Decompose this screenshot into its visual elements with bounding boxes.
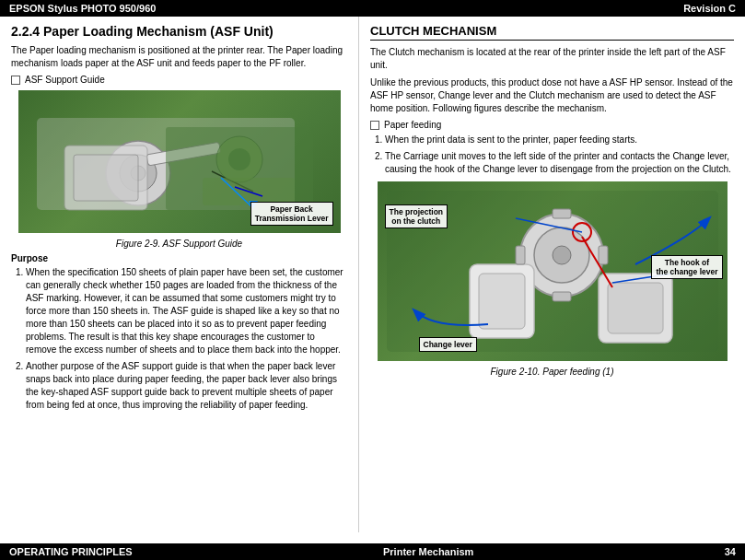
paper-feeding-label: Paper feeding	[384, 120, 441, 130]
clutch-image: The projectionon the clutch The hook oft…	[378, 181, 728, 361]
main-content: 2.2.4 Paper Loading Mechanism (ASF Unit)…	[0, 17, 745, 532]
right-para2: Unlike the previous products, this produ…	[370, 76, 734, 115]
footer-right: 34	[725, 546, 736, 557]
lever-label: Paper BackTransmission Lever	[250, 202, 333, 226]
hook-label: The hook ofthe change lever	[651, 255, 722, 279]
right-column: CLUTCH MECHANISM The Clutch mechanism is…	[359, 17, 745, 532]
right-list-item-2: The Carriage unit moves to the left side…	[385, 150, 734, 176]
header-right: Revision C	[683, 3, 736, 14]
footer-center: Printer Mechanism	[383, 546, 473, 557]
right-numbered-list: When the print data is sent to the print…	[370, 134, 734, 176]
list-item-2: Another purpose of the ASF support guide…	[26, 360, 347, 412]
left-column: 2.2.4 Paper Loading Mechanism (ASF Unit)…	[0, 17, 359, 532]
paper-feeding-checkbox: Paper feeding	[370, 120, 734, 130]
left-numbered-list: When the specification 150 sheets of pla…	[11, 266, 347, 412]
checkbox-icon-right	[370, 121, 379, 130]
right-list-item-1: When the print data is sent to the print…	[385, 134, 734, 146]
projection-label: The projectionon the clutch	[385, 204, 448, 228]
purpose-label: Purpose	[11, 253, 347, 263]
right-section-title: CLUTCH MECHANISM	[370, 24, 734, 41]
right-figure-caption: Figure 2-10. Paper feeding (1)	[370, 367, 734, 377]
asf-label: ASF Support Guide	[25, 75, 105, 85]
change-lever-label: Change lever	[419, 337, 477, 352]
footer: OPERATING PRINCIPLES Printer Mechanism 3…	[0, 543, 745, 560]
left-section-title: 2.2.4 Paper Loading Mechanism (ASF Unit)	[11, 24, 347, 39]
left-figure-caption: Figure 2-9. ASF Support Guide	[11, 239, 347, 249]
header-left: EPSON Stylus PHOTO 950/960	[9, 3, 156, 14]
asf-image: Paper BackTransmission Lever	[18, 90, 341, 233]
list-item-1: When the specification 150 sheets of pla…	[26, 266, 347, 356]
footer-left: OPERATING PRINCIPLES	[9, 546, 133, 557]
asf-checkbox-item: ASF Support Guide	[11, 75, 347, 85]
right-intro: The Clutch mechanism is located at the r…	[370, 46, 734, 72]
left-intro: The Paper loading mechanism is positione…	[11, 44, 347, 70]
checkbox-icon	[11, 76, 20, 85]
header: EPSON Stylus PHOTO 950/960 Revision C	[0, 0, 745, 17]
